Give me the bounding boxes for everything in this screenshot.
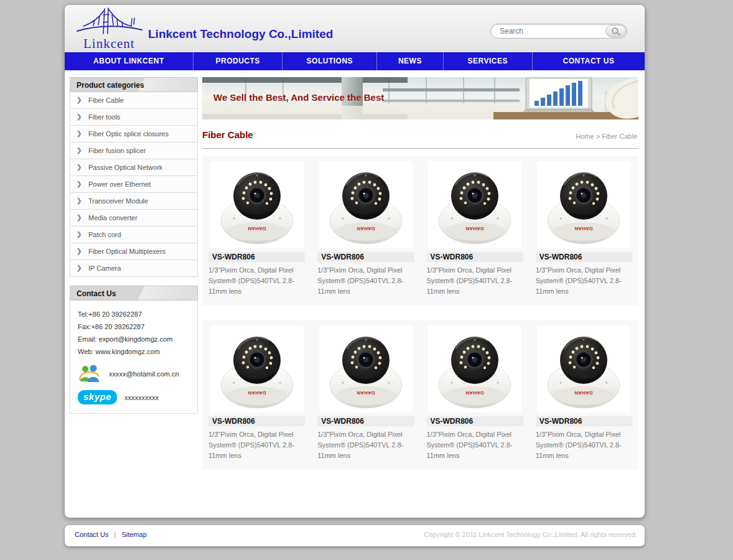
category-item[interactable]: ❯ Passive Optical Network [70, 159, 197, 176]
chevron-right-icon: ❯ [77, 176, 82, 192]
search-bar [490, 24, 627, 39]
product-description: 1/3"Pixim Orca, Digital Pixel System® (D… [208, 265, 305, 297]
product-image[interactable] [537, 325, 630, 413]
contact-web: Web: www.kingdomgz.com [78, 345, 197, 358]
product-card[interactable]: VS-WDR806 1/3"Pixim Orca, Digital Pixel … [421, 161, 530, 297]
product-image[interactable] [428, 161, 521, 248]
chevron-right-icon: ❯ [77, 142, 82, 159]
product-description: 1/3"Pixim Orca, Digital Pixel System® (D… [427, 429, 523, 461]
category-item[interactable]: ❯ Transceiver Module [70, 193, 197, 210]
msn-row: xxxxx@hotamil.com.cn [78, 364, 197, 384]
nav-item[interactable]: SOLUTIONS [282, 52, 377, 70]
category-label: Media converter [88, 210, 138, 226]
dome-camera-image [210, 161, 304, 248]
product-card[interactable]: VS-WDR806 1/3"Pixim Orca, Digital Pixel … [421, 325, 530, 461]
product-title[interactable]: VS-WDR806 [427, 252, 523, 262]
copyright-text: Copyright © 2011 Linkcent Technology Co.… [424, 531, 637, 538]
footer-link-separator: | [114, 531, 116, 538]
breadcrumb-home[interactable]: Home [576, 133, 594, 140]
category-label: Passive Optical Network [88, 159, 162, 175]
category-item[interactable]: ❯ Power over Ethernet [70, 176, 197, 193]
nav-item[interactable]: SERVICES [444, 52, 533, 70]
sidebar: Product categories ❯ Fiber Cable ❯ Fiber… [70, 77, 198, 414]
product-card[interactable]: VS-WDR806 1/3"Pixim Orca, Digital Pixel … [202, 161, 311, 297]
contact-us-header: Contact Us [70, 286, 198, 301]
product-image[interactable] [428, 325, 521, 413]
product-card[interactable]: VS-WDR806 1/3"Pixim Orca, Digital Pixel … [530, 325, 638, 461]
skype-row: skype xxxxxxxxxx [78, 390, 197, 404]
nav-item[interactable]: CONTACT US [533, 52, 645, 70]
category-item[interactable]: ❯ Fiber Optic splice closures [70, 126, 197, 142]
contact-fax: Fax:+86 20 39262287 [78, 320, 197, 333]
dome-camera-image [537, 161, 630, 248]
main-content: We Sell the Best, And Service the Best F… [202, 77, 638, 470]
footer-contact-us-link[interactable]: Contact Us [75, 531, 108, 538]
search-input[interactable] [498, 25, 600, 37]
product-card[interactable]: VS-WDR806 1/3"Pixim Orca, Digital Pixel … [530, 161, 638, 297]
product-image[interactable] [319, 325, 413, 413]
dome-camera-image [428, 161, 521, 248]
product-title[interactable]: VS-WDR806 [208, 252, 305, 262]
product-card[interactable]: VS-WDR806 1/3"Pixim Orca, Digital Pixel … [311, 161, 420, 297]
product-row-2: VS-WDR806 1/3"Pixim Orca, Digital Pixel … [202, 320, 638, 470]
logo-wordmark: Linkcent [83, 36, 135, 52]
product-image[interactable] [210, 325, 304, 413]
hero-banner: We Sell the Best, And Service the Best [202, 77, 638, 119]
product-description: 1/3"Pixim Orca, Digital Pixel System® (D… [536, 429, 632, 461]
category-item[interactable]: ❯ Media converter [70, 210, 197, 226]
product-description: 1/3"Pixim Orca, Digital Pixel System® (D… [536, 265, 632, 297]
product-image[interactable] [537, 161, 630, 248]
category-item[interactable]: ❯ Patch cord [70, 226, 197, 243]
nav-item[interactable]: NEWS [377, 52, 443, 70]
dome-camera-image [537, 325, 630, 413]
product-title[interactable]: VS-WDR806 [208, 416, 305, 426]
skype-id: xxxxxxxxxx [124, 394, 159, 401]
product-description: 1/3"Pixim Orca, Digital Pixel System® (D… [208, 429, 305, 461]
category-label: Patch cord [88, 226, 121, 243]
company-title: Linkcent Technology Co.,Limited [148, 27, 333, 41]
category-label: Fiber Cable [88, 92, 124, 108]
content-card: Linkcent Linkcent Technology Co.,Limited… [65, 5, 645, 518]
chevron-right-icon: ❯ [77, 260, 82, 276]
product-title[interactable]: VS-WDR806 [317, 252, 414, 262]
product-title[interactable]: VS-WDR806 [536, 252, 632, 262]
product-title[interactable]: VS-WDR806 [317, 416, 414, 426]
product-card[interactable]: VS-WDR806 1/3"Pixim Orca, Digital Pixel … [202, 325, 311, 461]
product-title[interactable]: VS-WDR806 [427, 416, 523, 426]
contact-box: Tel:+86 20 39262287 Fax:+86 20 39262287 … [70, 301, 198, 414]
company-logo[interactable]: Linkcent [72, 6, 147, 51]
product-title[interactable]: VS-WDR806 [536, 416, 632, 426]
category-item[interactable]: ❯ Fiber Cable [70, 92, 197, 109]
product-image[interactable] [210, 161, 304, 248]
category-label: Fiber Optic splice closures [88, 126, 169, 142]
category-label: Power over Ethernet [88, 176, 151, 192]
product-categories-header: Product categories [70, 77, 198, 92]
product-row-1: VS-WDR806 1/3"Pixim Orca, Digital Pixel … [202, 156, 638, 306]
chevron-right-icon: ❯ [77, 92, 82, 108]
chevron-right-icon: ❯ [77, 243, 82, 259]
category-item[interactable]: ❯ Fiber Optical Multiplexers [70, 243, 197, 260]
product-description: 1/3"Pixim Orca, Digital Pixel System® (D… [427, 265, 523, 297]
chevron-right-icon: ❯ [77, 226, 82, 243]
chevron-right-icon: ❯ [77, 193, 82, 209]
chevron-right-icon: ❯ [77, 159, 82, 175]
nav-item[interactable]: PRODUCTS [194, 52, 283, 70]
search-button[interactable] [605, 25, 626, 37]
product-image[interactable] [319, 161, 413, 248]
dome-camera-image [428, 325, 521, 413]
category-item[interactable]: ❯ Fiber fusion splicer [70, 142, 197, 159]
breadcrumb-separator: > [594, 133, 602, 140]
product-description: 1/3"Pixim Orca, Digital Pixel System® (D… [317, 265, 414, 297]
title-divider [202, 148, 638, 149]
category-label: Fiber fusion splicer [88, 142, 146, 159]
product-card[interactable]: VS-WDR806 1/3"Pixim Orca, Digital Pixel … [311, 325, 420, 461]
category-item[interactable]: ❯ Fiber tools [70, 109, 197, 126]
product-description: 1/3"Pixim Orca, Digital Pixel System® (D… [317, 429, 414, 461]
breadcrumb: Home > Fiber Cable [576, 133, 637, 140]
dome-camera-image [210, 325, 304, 413]
page: Linkcent Linkcent Technology Co.,Limited… [0, 0, 733, 560]
footer-sitemap-link[interactable]: Sitemap [121, 531, 146, 538]
category-item[interactable]: ❯ IP Camera [70, 260, 197, 277]
contact-email: Email: export@kingdomgz.com [78, 333, 197, 345]
nav-item[interactable]: ABOUT LINKCENT [65, 52, 194, 70]
